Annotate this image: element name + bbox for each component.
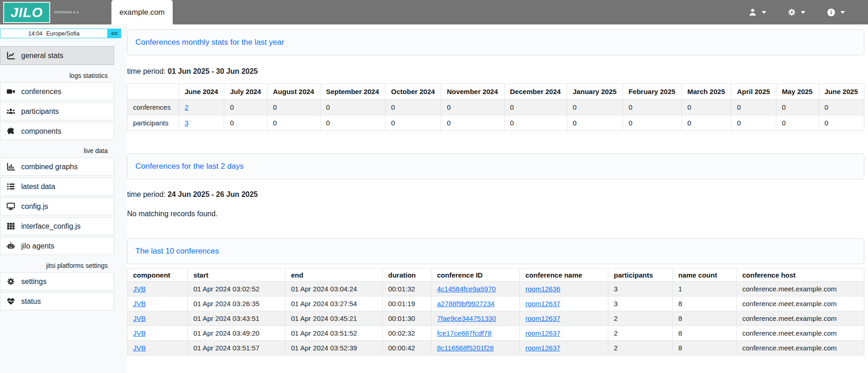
cell-host: conference.meet.example.com bbox=[737, 341, 864, 355]
section-label-jitsi-platforms-settings: jitsi platforms settings bbox=[0, 261, 114, 271]
cell-start: 01 Apr 2024 03:49:20 bbox=[188, 326, 285, 341]
cell-start: 01 Apr 2024 03:02:52 bbox=[188, 282, 285, 296]
cell-duration: 00:00:42 bbox=[383, 341, 431, 355]
bar-chart-icon bbox=[6, 162, 15, 171]
column-header: conference name bbox=[520, 269, 608, 282]
cell-participants: 3 bbox=[608, 296, 673, 311]
user-menu-button[interactable] bbox=[748, 8, 766, 17]
conference-id-link[interactable]: 7fae9ce344751330 bbox=[437, 314, 496, 322]
table-row: JVB 01 Apr 2024 03:43:51 01 Apr 2024 03:… bbox=[128, 311, 864, 326]
column-header: December 2024 bbox=[504, 84, 567, 100]
gear-icon bbox=[6, 277, 15, 286]
table-row: JVB 01 Apr 2024 03:02:52 01 Apr 2024 03:… bbox=[128, 282, 864, 296]
conference-name-link[interactable]: room12637 bbox=[525, 314, 560, 322]
cell-end: 01 Apr 2024 03:51:52 bbox=[285, 326, 383, 341]
tab-example-com[interactable]: example.com bbox=[111, 0, 173, 24]
cell-duration: 00:02:32 bbox=[383, 326, 431, 341]
column-header: June 2024 bbox=[179, 84, 224, 100]
cell-end: 01 Apr 2024 03:45:21 bbox=[285, 311, 383, 326]
conference-name-link[interactable]: room12637 bbox=[525, 329, 560, 337]
cell: 0 bbox=[504, 115, 567, 131]
sidebar-item-settings[interactable]: settings bbox=[0, 272, 114, 290]
sidebar-item-config-js[interactable]: config.js bbox=[0, 197, 114, 215]
sidebar-item-interface-config-js[interactable]: interface_config.js bbox=[0, 217, 114, 235]
time-period-label: time period: bbox=[127, 67, 166, 75]
cell: 0 bbox=[819, 115, 864, 131]
chevron-down-icon bbox=[762, 11, 766, 14]
cell: 0 bbox=[320, 115, 385, 131]
cell: 0 bbox=[267, 100, 320, 115]
conference-id-link[interactable]: 8c116568f5201f28 bbox=[437, 344, 494, 352]
conference-name-link[interactable]: room12637 bbox=[525, 300, 560, 308]
sidebar-item-latest-data[interactable]: latest data bbox=[0, 178, 114, 195]
conference-id-link[interactable]: 4c14584fce9a5970 bbox=[437, 285, 496, 293]
clock-time: 14:04 bbox=[28, 30, 42, 37]
section-label-live-data: live data bbox=[0, 146, 114, 156]
cell: 0 bbox=[682, 100, 731, 115]
sidebar-item-label: combined graphs bbox=[21, 163, 78, 171]
cell: 0 bbox=[224, 115, 267, 131]
component-link[interactable]: JVB bbox=[133, 314, 146, 322]
sidebar-item-status[interactable]: status bbox=[0, 292, 114, 310]
chevron-down-icon bbox=[801, 11, 805, 14]
cell: 0 bbox=[267, 115, 320, 131]
sidebar-item-participants[interactable]: participants bbox=[0, 102, 114, 120]
conference-id-link[interactable]: a2788f9bf9927234 bbox=[437, 300, 495, 308]
sidebar-item-general-stats[interactable]: general stats bbox=[0, 46, 114, 65]
column-header: February 2025 bbox=[623, 84, 682, 100]
conference-name-link[interactable]: room12636 bbox=[525, 285, 560, 293]
component-link[interactable]: JVB bbox=[133, 300, 146, 308]
clock-display: 14:04 Europe/Sofia bbox=[0, 29, 108, 38]
sidebar-item-label: general stats bbox=[21, 52, 64, 60]
sidebar-item-jilo-agents[interactable]: jilo agents bbox=[0, 237, 114, 255]
time-period-last-2-days: time period: 24 Jun 2025 - 26 Jun 2025 bbox=[127, 190, 864, 199]
card-header-last-2-days[interactable]: Conferences for the last 2 days bbox=[127, 154, 864, 179]
cell-name-count: 8 bbox=[673, 296, 737, 311]
conferences-count-link[interactable]: 2 bbox=[185, 103, 188, 111]
time-period-monthly: time period: 01 Jun 2025 - 30 Jun 2025 bbox=[127, 67, 864, 76]
participants-count-link[interactable]: 3 bbox=[185, 119, 188, 127]
cell-name-count: 8 bbox=[673, 311, 737, 326]
card-header-last-10-conferences[interactable]: The last 10 conferences bbox=[127, 238, 864, 264]
sidebar-item-label: settings bbox=[21, 278, 47, 286]
cell: 0 bbox=[682, 115, 731, 131]
component-link[interactable]: JVB bbox=[133, 285, 146, 293]
cell-participants: 2 bbox=[608, 311, 673, 326]
conference-id-link[interactable]: fce17ce887fcdf78 bbox=[437, 329, 491, 337]
sidebar-item-components[interactable]: components bbox=[0, 122, 114, 140]
cell-start: 01 Apr 2024 03:26:35 bbox=[188, 296, 285, 311]
puzzle-piece-icon bbox=[6, 127, 15, 136]
sidebar-item-combined-graphs[interactable]: combined graphs bbox=[0, 158, 114, 176]
cell: 0 bbox=[776, 100, 819, 115]
settings-menu-button[interactable] bbox=[787, 8, 805, 17]
cell: 0 bbox=[504, 100, 567, 115]
cell-participants: 2 bbox=[608, 326, 673, 341]
sidebar-collapse-button[interactable]: << bbox=[108, 29, 121, 38]
info-menu-button[interactable] bbox=[827, 8, 845, 17]
cell-end: 01 Apr 2024 03:04:24 bbox=[285, 282, 383, 296]
cell-name-count: 8 bbox=[673, 341, 737, 355]
cell: 0 bbox=[385, 115, 441, 131]
cell: 0 bbox=[623, 100, 682, 115]
sidebar-item-label: interface_config.js bbox=[21, 222, 81, 231]
card-title: Conferences monthly stats for the last y… bbox=[135, 38, 284, 47]
component-link[interactable]: JVB bbox=[133, 329, 146, 337]
column-header: September 2024 bbox=[320, 84, 385, 100]
last-10-conferences-table: component start end duration conference … bbox=[127, 268, 864, 355]
info-icon bbox=[827, 8, 836, 17]
robot-icon bbox=[6, 242, 15, 250]
table-header-row: June 2024 July 2024 August 2024 Septembe… bbox=[128, 84, 864, 100]
column-header: name count bbox=[673, 269, 737, 282]
column-header: November 2024 bbox=[441, 84, 504, 100]
conference-name-link[interactable]: room12637 bbox=[525, 344, 560, 352]
chart-line-icon bbox=[6, 51, 15, 60]
sidebar-item-conferences[interactable]: conferences bbox=[0, 83, 114, 101]
component-link[interactable]: JVB bbox=[133, 344, 146, 352]
cell: 0 bbox=[441, 100, 504, 115]
row-label: conferences bbox=[128, 100, 179, 115]
cell: 0 bbox=[320, 100, 385, 115]
column-header: January 2025 bbox=[567, 84, 623, 100]
cell-end: 01 Apr 2024 03:52:39 bbox=[285, 341, 383, 355]
card-header-monthly-stats[interactable]: Conferences monthly stats for the last y… bbox=[127, 30, 864, 55]
cell: 0 bbox=[819, 100, 864, 115]
